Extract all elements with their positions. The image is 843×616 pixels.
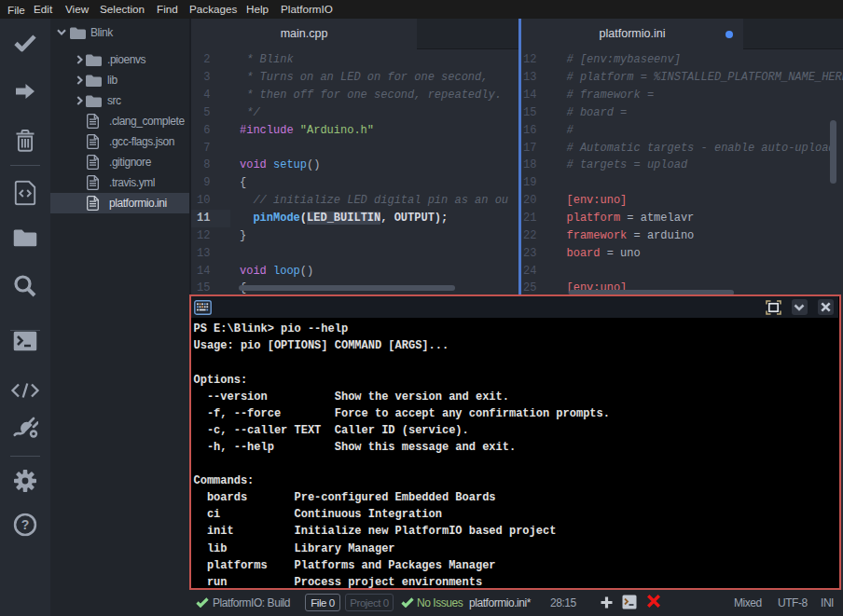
svg-text:?: ? — [21, 517, 30, 532]
